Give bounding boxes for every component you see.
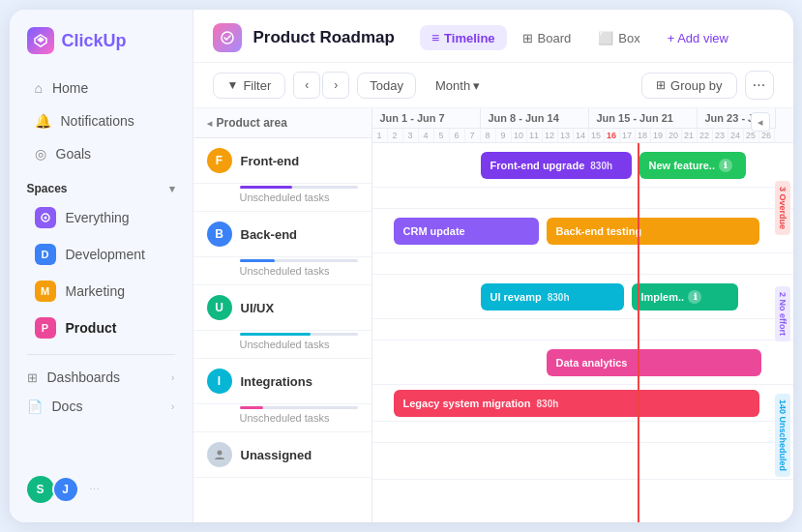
- bar-hours: 830h: [590, 161, 612, 171]
- main-header: Product Roadmap ≡ Timeline ⊞ Board ⬜ Box…: [193, 10, 793, 63]
- right-badges: 3 Overdue 2 No effort 140 Unscheduled: [772, 135, 793, 522]
- gantt-row-uiux[interactable]: U UI/UX: [193, 285, 371, 331]
- today-line: [638, 108, 639, 522]
- bar-implement[interactable]: Implem.. ℹ: [632, 283, 738, 310]
- filter-button[interactable]: ▼ Filter: [213, 73, 286, 99]
- collapse-right-button[interactable]: ◂: [751, 112, 770, 132]
- info-icon: ℹ: [688, 290, 701, 304]
- product-badge: P: [35, 317, 56, 339]
- chevron-down-icon[interactable]: ▾: [169, 183, 175, 195]
- user-menu-icon: ⋯: [89, 484, 100, 496]
- day-cell: 17: [620, 129, 636, 142]
- uiux-avatar: U: [207, 295, 232, 320]
- tab-box[interactable]: ⬜ Box: [586, 26, 651, 50]
- today-button[interactable]: Today: [357, 73, 416, 99]
- dashboards-icon: ⊞: [27, 370, 38, 385]
- app-container: ClickUp ⌂ Home 🔔 Notifications ◎ Goals S…: [10, 10, 793, 522]
- dashboards-label: Dashboards: [47, 369, 121, 385]
- bar-crm-update[interactable]: CRM update: [394, 218, 539, 245]
- page-title: Product Roadmap: [253, 28, 395, 47]
- tab-board[interactable]: ⊞ Board: [511, 26, 583, 50]
- more-options-button[interactable]: ···: [745, 71, 774, 100]
- day-cell: 2: [388, 129, 403, 142]
- bar-label: CRM update: [403, 225, 465, 237]
- month-button[interactable]: Month ▾: [424, 74, 491, 98]
- overdue-badge: 3 Overdue: [775, 181, 790, 235]
- everything-badge: [35, 207, 56, 228]
- roadmap-icon: [213, 23, 242, 52]
- day-cell: 23: [713, 129, 728, 142]
- gantt-left-header: ◂ Product area: [193, 108, 371, 138]
- tab-timeline[interactable]: ≡ Timeline: [420, 25, 507, 50]
- sidebar-item-development[interactable]: D Development: [17, 237, 185, 272]
- uiux-sub: Unscheduled tasks: [193, 336, 371, 359]
- logo-icon: [27, 27, 54, 54]
- gantt-body-backend-sub: [372, 253, 793, 275]
- sidebar-item-docs[interactable]: 📄 Docs ›: [10, 392, 193, 421]
- development-badge: D: [35, 244, 56, 265]
- gantt-row-frontend[interactable]: F Front-end: [193, 138, 371, 184]
- integrations-label: Integrations: [241, 374, 312, 389]
- bar-hours: 830h: [548, 292, 570, 303]
- development-label: Development: [66, 247, 146, 262]
- sidebar-item-everything[interactable]: Everything: [17, 200, 185, 235]
- gantt-row-unassigned[interactable]: Unassigned: [193, 432, 371, 478]
- bar-legacy-migration[interactable]: Legacy system migration 830h: [394, 390, 759, 417]
- add-view-button[interactable]: + Add view: [656, 26, 740, 50]
- sidebar-item-notifications[interactable]: 🔔 Notifications: [17, 105, 185, 136]
- docs-label: Docs: [52, 399, 83, 414]
- sidebar-item-label: Goals: [56, 146, 92, 162]
- toolbar: ▼ Filter ‹ › Today Month ▾ ⊞ Group by ··…: [193, 63, 793, 108]
- week-2-days: 8 9 10 11 12 13 14: [481, 129, 589, 142]
- marketing-label: Marketing: [66, 283, 125, 299]
- day-cell: 15: [589, 129, 605, 142]
- bar-backend-testing[interactable]: Back-end testing: [547, 218, 759, 245]
- product-label: Product: [66, 320, 117, 336]
- avatar-s: S: [27, 476, 54, 503]
- month-chevron-icon: ▾: [473, 78, 480, 93]
- week-1: Jun 1 - Jun 7 1 2 3 4 5 6 7: [372, 108, 481, 142]
- sidebar-item-label: Home: [52, 80, 88, 96]
- week-3-label: Jun 15 - Jun 21: [589, 108, 698, 129]
- bar-new-feature[interactable]: New feature.. ℹ: [639, 152, 746, 179]
- uiux-label: UI/UX: [241, 301, 275, 315]
- day-cell: 7: [465, 129, 481, 142]
- bar-data-analytics[interactable]: Data analytics: [547, 349, 761, 376]
- bar-frontend-upgrade[interactable]: Front-end upgrade 830h: [481, 152, 632, 179]
- day-cell: 22: [698, 129, 713, 142]
- day-cell: 9: [496, 129, 512, 142]
- sidebar-logo[interactable]: ClickUp: [10, 27, 193, 72]
- collapse-icon[interactable]: ◂: [207, 118, 212, 129]
- unassigned-avatar: [207, 442, 232, 467]
- timeline-icon: ≡: [431, 30, 439, 45]
- week-2: Jun 8 - Jun 14 8 9 10 11 12 13 14: [481, 108, 589, 142]
- bar-ui-revamp[interactable]: UI revamp 830h: [481, 283, 624, 310]
- next-button[interactable]: ›: [322, 72, 349, 99]
- no-effort-badge: 2 No effort: [775, 286, 790, 341]
- sidebar-item-home[interactable]: ⌂ Home: [17, 73, 185, 103]
- gantt-row-integrations[interactable]: I Integrations: [193, 359, 371, 404]
- svg-point-3: [44, 217, 46, 220]
- day-cell: 1: [372, 129, 388, 142]
- view-tabs: ≡ Timeline ⊞ Board ⬜ Box + Add view: [420, 25, 740, 50]
- docs-icon: 📄: [27, 399, 43, 414]
- sidebar-user[interactable]: S J ⋯: [10, 466, 193, 513]
- sidebar-item-dashboards[interactable]: ⊞ Dashboards ›: [10, 363, 193, 392]
- gantt-left: ◂ Product area F Front-end Unscheduled t…: [193, 108, 372, 522]
- sidebar-item-marketing[interactable]: M Marketing: [17, 274, 185, 309]
- sidebar-item-label: Notifications: [61, 113, 134, 129]
- day-cell: 21: [682, 129, 698, 142]
- group-by-button[interactable]: ⊞ Group by: [641, 73, 736, 99]
- sidebar-item-product[interactable]: P Product: [17, 310, 185, 345]
- sidebar-item-goals[interactable]: ◎ Goals: [17, 138, 185, 169]
- prev-button[interactable]: ‹: [293, 72, 320, 99]
- unscheduled-badge: 140 Unscheduled: [775, 394, 790, 477]
- gantt-container: ◂ Product area F Front-end Unscheduled t…: [193, 108, 793, 522]
- group-icon: ⊞: [656, 78, 666, 92]
- logo-text: ClickUp: [62, 31, 127, 51]
- bar-label: Front-end upgrade: [490, 160, 585, 171]
- day-cell: 18: [636, 129, 651, 142]
- gantt-right: Jun 1 - Jun 7 1 2 3 4 5 6 7 Jun: [372, 108, 793, 522]
- nav-arrows: ‹ ›: [293, 72, 349, 99]
- gantt-row-backend[interactable]: B Back-end: [193, 212, 371, 257]
